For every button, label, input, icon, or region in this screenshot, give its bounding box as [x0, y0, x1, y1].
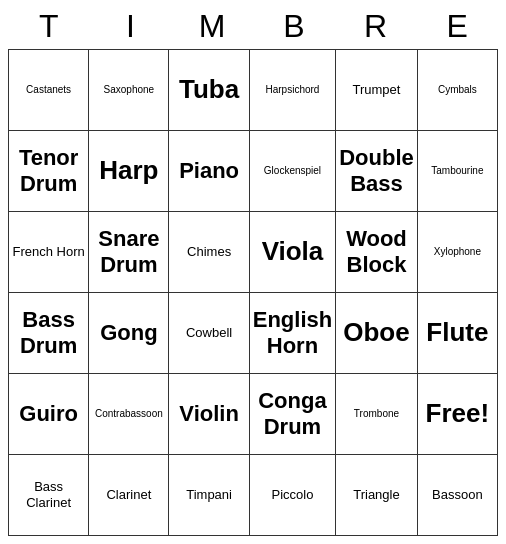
- cell-4-5: Free!: [418, 374, 498, 455]
- cell-text-3-1: Gong: [100, 320, 157, 346]
- cell-text-2-4: Wood Block: [339, 226, 414, 279]
- cell-4-2: Violin: [169, 374, 249, 455]
- cell-text-5-3: Piccolo: [272, 487, 314, 503]
- cell-4-4: Trombone: [336, 374, 418, 455]
- cell-1-3: Glockenspiel: [250, 131, 336, 212]
- cell-text-0-3: Harpsichord: [266, 84, 320, 96]
- title-letter-T: T: [8, 8, 90, 45]
- cell-4-1: Contrabassoon: [89, 374, 169, 455]
- title-row: TIMBRE: [8, 8, 498, 45]
- cell-0-1: Saxophone: [89, 50, 169, 131]
- cell-text-5-2: Timpani: [186, 487, 232, 503]
- cell-text-1-4: Double Bass: [339, 145, 414, 198]
- cell-text-3-4: Oboe: [343, 317, 409, 348]
- cell-text-3-2: Cowbell: [186, 325, 232, 341]
- cell-3-4: Oboe: [336, 293, 418, 374]
- title-letter-M: M: [171, 8, 253, 45]
- cell-text-2-5: Xylophone: [434, 246, 481, 258]
- cell-text-3-0: Bass Drum: [12, 307, 85, 360]
- title-letter-B: B: [253, 8, 335, 45]
- cell-3-0: Bass Drum: [9, 293, 89, 374]
- cell-3-3: English Horn: [250, 293, 336, 374]
- cell-text-1-3: Glockenspiel: [264, 165, 321, 177]
- cell-5-5: Bassoon: [418, 455, 498, 536]
- cell-5-3: Piccolo: [250, 455, 336, 536]
- cell-1-4: Double Bass: [336, 131, 418, 212]
- cell-text-3-3: English Horn: [253, 307, 332, 360]
- cell-text-5-5: Bassoon: [432, 487, 483, 503]
- cell-2-1: Snare Drum: [89, 212, 169, 293]
- cell-text-0-4: Trumpet: [353, 82, 401, 98]
- cell-1-1: Harp: [89, 131, 169, 212]
- cell-0-4: Trumpet: [336, 50, 418, 131]
- cell-3-2: Cowbell: [169, 293, 249, 374]
- cell-text-1-2: Piano: [179, 158, 239, 184]
- cell-0-3: Harpsichord: [250, 50, 336, 131]
- cell-text-0-1: Saxophone: [104, 84, 155, 96]
- cell-1-0: Tenor Drum: [9, 131, 89, 212]
- title-letter-E: E: [416, 8, 498, 45]
- cell-5-1: Clarinet: [89, 455, 169, 536]
- cell-text-5-4: Triangle: [353, 487, 399, 503]
- cell-text-4-5: Free!: [426, 398, 490, 429]
- cell-4-0: Guiro: [9, 374, 89, 455]
- cell-1-2: Piano: [169, 131, 249, 212]
- cell-text-4-4: Trombone: [354, 408, 399, 420]
- cell-5-2: Timpani: [169, 455, 249, 536]
- cell-2-0: French Horn: [9, 212, 89, 293]
- cell-text-3-5: Flute: [426, 317, 488, 348]
- cell-1-5: Tambourine: [418, 131, 498, 212]
- cell-2-2: Chimes: [169, 212, 249, 293]
- cell-3-1: Gong: [89, 293, 169, 374]
- cell-2-3: Viola: [250, 212, 336, 293]
- cell-4-3: Conga Drum: [250, 374, 336, 455]
- cell-0-2: Tuba: [169, 50, 249, 131]
- cell-text-5-0: Bass Clarinet: [12, 479, 85, 510]
- cell-2-5: Xylophone: [418, 212, 498, 293]
- cell-text-2-0: French Horn: [12, 244, 84, 260]
- cell-text-4-0: Guiro: [19, 401, 78, 427]
- cell-text-5-1: Clarinet: [106, 487, 151, 503]
- title-letter-R: R: [335, 8, 417, 45]
- bingo-grid: CastanetsSaxophoneTubaHarpsichordTrumpet…: [8, 49, 498, 536]
- cell-text-2-1: Snare Drum: [92, 226, 165, 279]
- cell-text-4-2: Violin: [179, 401, 239, 427]
- cell-text-0-5: Cymbals: [438, 84, 477, 96]
- cell-5-4: Triangle: [336, 455, 418, 536]
- title-letter-I: I: [90, 8, 172, 45]
- cell-3-5: Flute: [418, 293, 498, 374]
- cell-text-1-1: Harp: [99, 155, 158, 186]
- cell-text-4-1: Contrabassoon: [95, 408, 163, 420]
- cell-text-0-2: Tuba: [179, 74, 239, 105]
- cell-0-0: Castanets: [9, 50, 89, 131]
- cell-2-4: Wood Block: [336, 212, 418, 293]
- cell-text-1-0: Tenor Drum: [12, 145, 85, 198]
- cell-text-0-0: Castanets: [26, 84, 71, 96]
- cell-text-2-2: Chimes: [187, 244, 231, 260]
- cell-text-4-3: Conga Drum: [253, 388, 332, 441]
- cell-0-5: Cymbals: [418, 50, 498, 131]
- cell-text-2-3: Viola: [262, 236, 324, 267]
- cell-text-1-5: Tambourine: [431, 165, 483, 177]
- cell-5-0: Bass Clarinet: [9, 455, 89, 536]
